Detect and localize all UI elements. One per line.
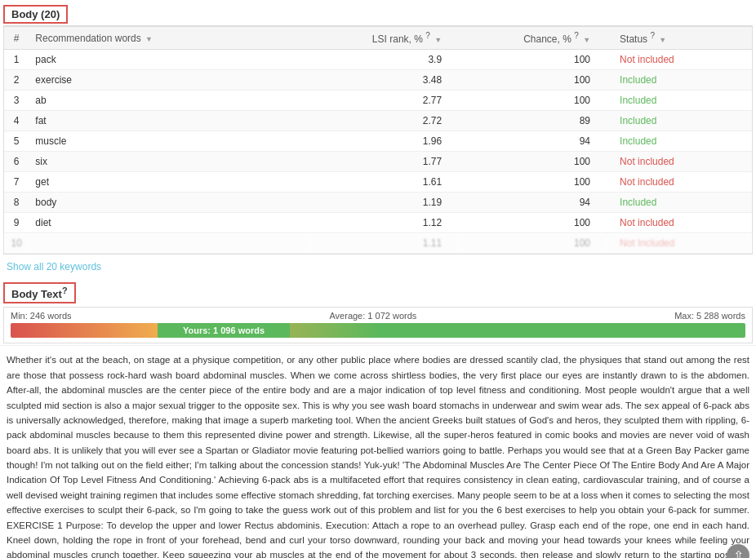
- col-header-chance[interactable]: Chance, % ? ▼: [458, 27, 607, 50]
- yours-label: Yours: 1 096 words: [158, 323, 290, 338]
- col-header-num: #: [4, 27, 29, 50]
- cell-status: Included: [607, 70, 752, 91]
- cell-chance: 100: [458, 70, 607, 91]
- cell-num: 1: [4, 50, 29, 70]
- cell-status: Included: [607, 91, 752, 111]
- table-row: 3 ab 2.77 100 Included: [4, 91, 752, 111]
- word-count-bar-container: Min: 246 words Average: 1 072 words Max:…: [3, 307, 753, 343]
- col-header-status[interactable]: Status ? ▼: [607, 27, 752, 50]
- col-header-lsi[interactable]: LSI rank, % ? ▼: [309, 27, 458, 50]
- table-row: 6 six 1.77 100 Not included: [4, 152, 752, 172]
- sort-arrow-status: ▼: [659, 36, 666, 44]
- cell-lsi: 1.96: [309, 131, 458, 152]
- body-table-wrapper: # Recommendation words ▼ LSI rank, % ? ▼…: [3, 25, 753, 255]
- table-row: 2 exercise 3.48 100 Included: [4, 70, 752, 91]
- cell-lsi: 2.72: [309, 111, 458, 131]
- body-text-section-wrapper: Body Text? Min: 246 words Average: 1 072…: [0, 277, 756, 558]
- min-label: Min: 246 words: [11, 311, 72, 321]
- cell-chance: 89: [458, 111, 607, 131]
- cell-lsi: 1.19: [309, 193, 458, 213]
- cell-chance: 94: [458, 131, 607, 152]
- cell-lsi: 1.12: [309, 213, 458, 233]
- cell-word: diet: [29, 213, 309, 233]
- max-label: Max: 5 288 words: [674, 311, 745, 321]
- word-count-labels: Min: 246 words Average: 1 072 words Max:…: [11, 311, 745, 321]
- cell-lsi: 3.48: [309, 70, 458, 91]
- cell-chance: 100: [458, 172, 607, 193]
- body-section: Body (20) # Recommendation words ▼ LSI r…: [0, 0, 756, 277]
- cell-word: get: [29, 172, 309, 193]
- cell-chance: 100: [458, 91, 607, 111]
- cell-status: Not included: [607, 50, 752, 70]
- cell-num: 2: [4, 70, 29, 91]
- cell-chance: 100: [458, 152, 607, 172]
- cell-status: Included: [607, 111, 752, 131]
- cell-word: muscle: [29, 131, 309, 152]
- cell-lsi: 2.77: [309, 91, 458, 111]
- cell-status: Not included: [607, 213, 752, 233]
- table-row: 7 get 1.61 100 Not included: [4, 172, 752, 193]
- cell-status: Not included: [607, 152, 752, 172]
- table-row: 8 body 1.19 94 Included: [4, 193, 752, 213]
- cell-num: 4: [4, 111, 29, 131]
- cell-lsi: 1.61: [309, 172, 458, 193]
- body-section-title: Body (20): [3, 5, 68, 24]
- cell-status: Included: [607, 193, 752, 213]
- table-row: 9 diet 1.12 100 Not included: [4, 213, 752, 233]
- col-header-word[interactable]: Recommendation words ▼: [29, 27, 309, 50]
- cell-num: 7: [4, 172, 29, 193]
- cell-num: 6: [4, 152, 29, 172]
- table-row: 4 fat 2.72 89 Included: [4, 111, 752, 131]
- cell-status: Not Included: [607, 233, 752, 254]
- cell-chance: 100: [458, 50, 607, 70]
- cell-num: 8: [4, 193, 29, 213]
- cell-word: fat: [29, 111, 309, 131]
- cell-word: six: [29, 152, 309, 172]
- cell-status: Included: [607, 131, 752, 152]
- cell-lsi: 3.9: [309, 50, 458, 70]
- cell-word: ab: [29, 91, 309, 111]
- cell-word: [29, 233, 309, 254]
- cell-status: Not included: [607, 172, 752, 193]
- cell-word: exercise: [29, 70, 309, 91]
- show-all-keywords-link[interactable]: Show all 20 keywords: [0, 256, 756, 277]
- table-row: 10 1.11 100 Not Included: [4, 233, 752, 254]
- cell-word: pack: [29, 50, 309, 70]
- sort-arrow-word: ▼: [145, 35, 153, 43]
- cell-chance: 100: [458, 233, 607, 254]
- avg-label: Average: 1 072 words: [329, 311, 416, 321]
- cell-num: 9: [4, 213, 29, 233]
- cell-word: body: [29, 193, 309, 213]
- cell-num: 3: [4, 91, 29, 111]
- cell-chance: 100: [458, 213, 607, 233]
- cell-num: 5: [4, 131, 29, 152]
- body-table: # Recommendation words ▼ LSI rank, % ? ▼…: [4, 26, 752, 254]
- body-text-content[interactable]: Whether it's out at the beach, on stage …: [0, 345, 756, 558]
- cell-lsi: 1.11: [309, 233, 458, 254]
- sort-arrow-chance: ▼: [583, 36, 590, 44]
- cell-lsi: 1.77: [309, 152, 458, 172]
- cell-num: 10: [4, 233, 29, 254]
- sort-arrow-lsi: ▼: [434, 36, 442, 44]
- body-text-title: Body Text?: [3, 282, 76, 303]
- table-row: 5 muscle 1.96 94 Included: [4, 131, 752, 152]
- cell-chance: 94: [458, 193, 607, 213]
- word-count-bar: Yours: 1 096 words: [11, 323, 745, 338]
- table-row: 1 pack 3.9 100 Not included: [4, 50, 752, 70]
